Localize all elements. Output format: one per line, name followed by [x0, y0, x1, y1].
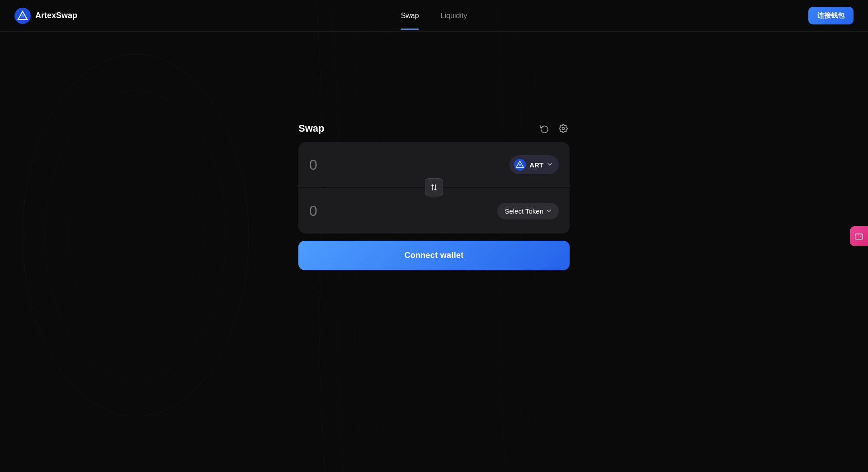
tab-swap[interactable]: Swap	[401, 2, 419, 30]
svg-rect-9	[855, 234, 863, 239]
logo-icon	[14, 8, 31, 24]
app-name: ArtexSwap	[35, 11, 77, 20]
header: ArtexSwap Swap Liquidity 连接钱包	[0, 0, 868, 32]
svg-point-5	[562, 128, 565, 130]
side-float-label	[854, 232, 863, 241]
swap-direction-button[interactable]	[425, 178, 443, 196]
settings-button[interactable]	[557, 122, 570, 135]
swap-card-title: Swap	[298, 123, 324, 134]
logo-area: ArtexSwap	[14, 8, 77, 24]
token-inputs-wrapper: 0 ART	[298, 142, 570, 234]
select-token-label: Select Token	[505, 207, 543, 215]
from-token-chevron	[547, 162, 552, 168]
tab-liquidity[interactable]: Liquidity	[441, 2, 467, 30]
nav-tabs: Swap Liquidity	[401, 2, 467, 30]
connect-wallet-header-button[interactable]: 连接钱包	[808, 7, 854, 24]
from-token-value: 0	[309, 157, 317, 173]
to-token-value: 0	[309, 203, 317, 219]
swap-card: Swap 0	[298, 122, 570, 270]
swap-card-icons	[538, 122, 570, 135]
to-token-selector[interactable]: Select Token	[497, 203, 559, 219]
art-token-logo	[514, 159, 526, 171]
from-token-selector[interactable]: ART	[509, 155, 559, 174]
connect-wallet-main-button[interactable]: Connect wallet	[298, 241, 570, 270]
swap-card-header: Swap	[298, 122, 570, 135]
main-content: Swap 0	[0, 32, 868, 270]
from-token-name: ART	[529, 161, 543, 169]
svg-point-8	[519, 164, 521, 166]
refresh-button[interactable]	[538, 122, 551, 135]
svg-point-4	[21, 14, 24, 18]
side-float-button[interactable]	[850, 226, 868, 246]
